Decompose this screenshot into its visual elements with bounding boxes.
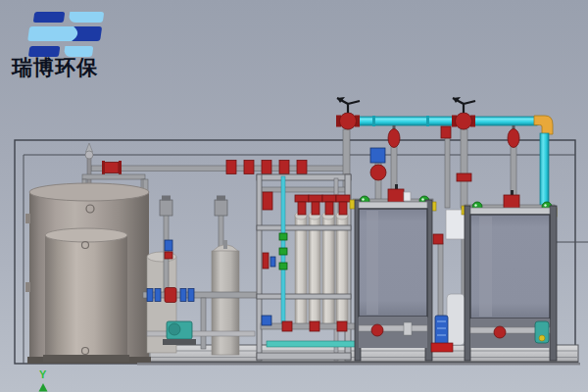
- y-axis-indicator: Y: [39, 368, 48, 392]
- tee-valve: [457, 173, 471, 181]
- air-release-valve: [388, 125, 400, 148]
- equipment-3d-view: Y 瑞博环保: [0, 0, 588, 392]
- green-fitting: [279, 248, 287, 255]
- ruibo-wave-logo-icon: [25, 12, 104, 57]
- storage-tank-small: [43, 228, 129, 362]
- bridge-pipe: [82, 174, 145, 179]
- membrane-tank-2: [462, 190, 557, 361]
- teal-drain-pipe: [267, 341, 357, 347]
- air-release-valve: [508, 125, 519, 148]
- pump-teal: [535, 321, 549, 343]
- dosing-pump-teal: [163, 321, 196, 345]
- under-tank-piping: [470, 318, 550, 348]
- top-valve: [504, 195, 519, 209]
- membrane-rack: [257, 174, 359, 361]
- small-valve: [441, 126, 451, 138]
- riser-pipe: [461, 129, 467, 208]
- under-tank-piping: [359, 317, 427, 348]
- yellow-elbow: [534, 116, 553, 134]
- membrane-tank-1: [350, 184, 436, 361]
- small-vessel: [447, 294, 465, 345]
- y-axis-label: Y: [39, 368, 47, 380]
- logo-text: 瑞博环保: [11, 56, 98, 78]
- flowmeter-blue-box: [370, 148, 385, 163]
- top-valve: [388, 189, 404, 203]
- inter-tank-equipment: [431, 210, 466, 352]
- tube-top-valves: [295, 195, 350, 215]
- storage-tank-assembly: [25, 143, 151, 364]
- sensor-box: [262, 316, 271, 325]
- cad-render-canvas: Y 瑞博环保: [0, 0, 588, 392]
- small-valve: [433, 234, 443, 244]
- butterfly-valve: [371, 324, 383, 336]
- green-fitting: [279, 263, 287, 270]
- rack-side-valve: [263, 192, 272, 210]
- company-logo: 瑞博环保: [11, 12, 104, 78]
- y-axis-arrow-icon: [39, 383, 48, 392]
- feed-pipe-manifold: [91, 161, 348, 175]
- floor-shadow: [137, 363, 580, 366]
- butterfly-valve: [370, 165, 386, 180]
- cyan-header-pipe: [343, 117, 537, 125]
- butterfly-valve: [494, 326, 506, 338]
- ball-valve: [336, 97, 360, 129]
- green-fitting: [279, 233, 287, 240]
- small-valve: [165, 240, 172, 251]
- pump-filter-skid: [143, 196, 259, 356]
- diaphragm-valve: [165, 288, 176, 303]
- riser-pipe: [445, 137, 450, 208]
- ball-valve: [452, 97, 475, 129]
